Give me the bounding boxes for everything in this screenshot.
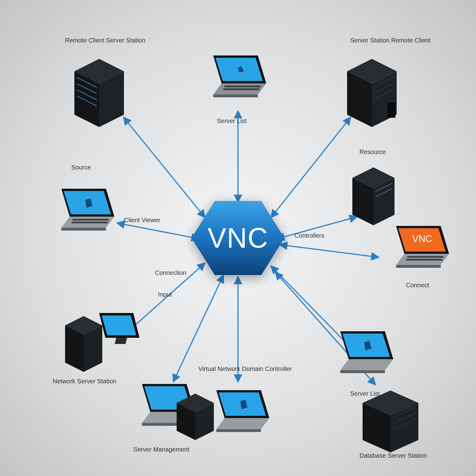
svg-rect-24 bbox=[223, 88, 259, 90]
svg-marker-68 bbox=[340, 331, 393, 359]
label-bottom-left: Server Management bbox=[133, 446, 189, 453]
svg-marker-63 bbox=[216, 390, 269, 418]
svg-marker-55 bbox=[115, 338, 127, 344]
svg-marker-67 bbox=[216, 429, 261, 432]
svg-marker-33 bbox=[64, 191, 111, 214]
label-input: Input bbox=[158, 291, 172, 298]
svg-line-9 bbox=[271, 267, 353, 350]
vnc-hex-badge: VNC bbox=[192, 198, 284, 278]
label-controllers: Controllers bbox=[294, 232, 324, 239]
svg-marker-54 bbox=[102, 315, 136, 335]
label-resource: Resource bbox=[359, 149, 386, 155]
svg-marker-71 bbox=[340, 359, 393, 370]
label-top-left: Remote Client Server Station bbox=[65, 37, 145, 44]
svg-marker-69 bbox=[342, 333, 390, 357]
svg-marker-36 bbox=[61, 228, 106, 231]
label-viewer: Client Viewer bbox=[124, 217, 160, 223]
svg-marker-46 bbox=[396, 254, 449, 265]
diagram-stage: VNC bbox=[0, 0, 476, 476]
server-top-left bbox=[68, 53, 130, 127]
svg-marker-18 bbox=[213, 55, 266, 83]
laptop-lower-right bbox=[325, 328, 400, 384]
label-vnc-laptop: Connect bbox=[406, 282, 429, 289]
server-mid-right bbox=[347, 161, 400, 226]
label-lower-right-laptop: Server List bbox=[350, 390, 380, 397]
svg-marker-70 bbox=[364, 341, 371, 350]
label-left-server: Network Server Station bbox=[53, 378, 117, 385]
svg-marker-22 bbox=[213, 95, 258, 97]
label-source: Source bbox=[71, 164, 91, 171]
svg-marker-72 bbox=[340, 370, 385, 373]
svg-line-5 bbox=[280, 245, 378, 257]
svg-rect-31 bbox=[387, 102, 395, 118]
svg-rect-48 bbox=[407, 256, 443, 258]
laptop-top-center bbox=[198, 53, 273, 108]
label-bottom-right: Database Server Station bbox=[359, 452, 427, 459]
server-top-right bbox=[341, 53, 403, 127]
svg-line-3 bbox=[118, 223, 198, 239]
laptop-mid-left bbox=[46, 186, 121, 242]
svg-marker-47 bbox=[396, 265, 441, 268]
laptop-vnc-client: VNC bbox=[381, 223, 456, 279]
svg-rect-38 bbox=[71, 222, 108, 223]
svg-marker-66 bbox=[216, 418, 269, 429]
svg-marker-35 bbox=[61, 217, 114, 228]
vnc-hex-label: VNC bbox=[208, 222, 268, 254]
workstation-left bbox=[62, 304, 143, 378]
label-top-right: Server Station Remote Client bbox=[350, 37, 430, 44]
svg-marker-19 bbox=[215, 58, 263, 81]
svg-rect-49 bbox=[406, 259, 442, 260]
svg-marker-65 bbox=[240, 400, 247, 409]
pc-bottom-left bbox=[174, 390, 217, 440]
svg-marker-21 bbox=[213, 83, 266, 95]
svg-marker-44 bbox=[396, 226, 449, 254]
label-connect: Connection bbox=[155, 270, 186, 276]
svg-marker-64 bbox=[218, 392, 266, 416]
svg-marker-32 bbox=[61, 189, 114, 217]
svg-rect-23 bbox=[224, 86, 261, 87]
label-top-laptop: Server List bbox=[217, 118, 247, 124]
svg-marker-20 bbox=[238, 66, 244, 73]
vnc-badge-text: VNC bbox=[412, 233, 432, 244]
label-domain: Virtual Network Domain Controller bbox=[198, 366, 292, 372]
svg-rect-37 bbox=[73, 219, 109, 220]
svg-marker-34 bbox=[85, 198, 92, 208]
svg-marker-45 bbox=[398, 228, 446, 252]
